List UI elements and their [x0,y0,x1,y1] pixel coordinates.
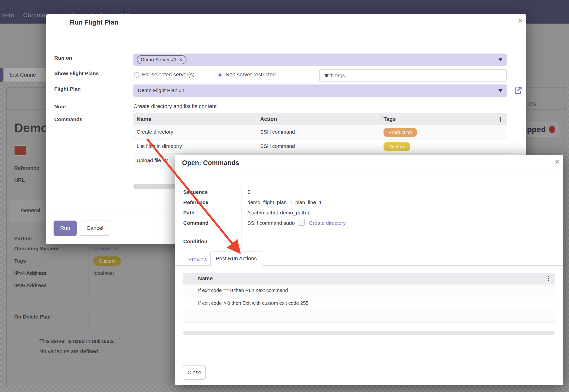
field-column-divider [88,311,88,329]
commands-table-header: Name Action Tags ⋮ [133,113,507,125]
chevron-down-icon[interactable] [498,89,502,92]
note-value: Create directory and list its content [133,103,217,110]
stopped-status-dot-icon [549,126,555,133]
label-column-divider [242,186,242,249]
condition-label: Condition [183,238,207,244]
reference-value: demo_flight_plan_1_plan_line_1 [247,199,322,205]
external-link-icon[interactable] [513,86,522,95]
reference-label: Reference [183,199,208,205]
tab-post-run-actions-label: Post Run Actions [211,255,262,262]
dialog-title: Run Flight Plan [70,19,118,26]
sequence-label: Sequence [183,189,208,195]
cell-name: List files in directory [137,143,182,149]
header-divider [526,64,569,64]
label-column-divider [129,42,129,199]
note-label: Note [54,104,66,110]
cell-action: SSH command [260,129,295,135]
cell-name: If exit code == 0 then Run next command [198,288,288,293]
path-label: Path [183,210,195,216]
radio-non-server-restricted[interactable] [217,72,223,78]
chevron-down-icon[interactable] [498,58,502,61]
command-label: Command [183,220,209,226]
path-value: /such/much/{{ demo_path }} [247,210,311,216]
cell-name: Upload file by [137,157,168,163]
post-run-actions-table-header: Name ⋮ [183,273,555,284]
on-delete-plan-label: On Delete Plan [14,314,51,320]
cell-name: If exit code > 0 then Exit with custom e… [198,300,309,306]
url-label: URL [14,177,25,183]
chevron-down-icon[interactable] [325,74,328,77]
partner-label: Partner [14,236,32,241]
table-row[interactable]: Create directory SSH command Production [133,125,507,140]
radio-for-selected-servers[interactable] [134,72,139,78]
create-directory-link[interactable]: Create directory [309,220,346,226]
open-commands-dialog: Open: Commands × Sequence 5 Reference de… [175,155,563,385]
tag-badge-production: Production [384,128,417,137]
tab-general[interactable]: General [10,200,47,222]
tab-post-run-actions[interactable]: Post Run Actions [210,251,262,266]
screen: vers Commands Files Tools Settings Test … [0,0,569,392]
flight-plan-select[interactable]: Demo Flight Plan #1 [133,84,507,97]
nav-item-servers-partial[interactable]: vers [2,11,14,19]
tag-badge-custom: Custom [93,256,121,266]
commands-label: Commands [54,116,82,122]
table-options-kebab-icon[interactable]: ⋮ [497,115,503,123]
tab-general-label: General [21,207,40,214]
cancel-button[interactable]: Cancel [80,221,110,236]
dialog-title: Open: Commands [182,159,239,167]
status-label-partial: pped [527,125,546,134]
run-on-multiselect[interactable]: Demo Server #1 ✕ [133,54,507,66]
sudo-checkbox[interactable] [298,219,305,226]
remove-tag-icon[interactable]: ✕ [179,57,183,62]
column-action[interactable]: Action [260,116,277,122]
sequence-value: 5 [247,189,250,195]
cell-name: Create directory [137,129,173,135]
server-status-badge[interactable]: pped [526,122,559,137]
column-name[interactable]: Name [198,275,213,282]
selected-server-tag[interactable]: Demo Server #1 ✕ [137,55,186,64]
table-row[interactable]: List files in directory SSH command Cust… [133,140,507,154]
column-name[interactable]: Name [137,116,151,122]
table-row-empty[interactable] [183,310,555,323]
field-column-divider [88,245,88,297]
horizontal-scrollbar[interactable] [183,331,555,335]
ipv4-label: IPv4 Address [14,270,47,276]
command-value: SSH command sudo [247,220,295,226]
server-color-swatch[interactable] [14,145,26,156]
unit-test-note-line2: No variables are defined. [39,348,100,355]
radio-non-server-restricted-label[interactable]: Non server restricted [226,71,276,78]
tags-label: Tags [14,258,26,264]
flight-plan-label: Flight Plan [54,86,81,92]
flight-plan-value: Demo Flight Plan #1 [138,87,185,93]
run-on-label: Run on [54,55,72,61]
selected-server-tag-label: Demo Server #1 [141,57,177,63]
tab-preview[interactable]: Preview [188,256,207,263]
show-flight-plans-label: Show Flight Plans [54,70,99,76]
truncated-statusbar-text: es [528,100,536,108]
truncated-left-button[interactable] [0,68,3,82]
close-icon[interactable]: × [555,158,560,166]
table-row[interactable]: If exit code == 0 then Run next command [183,284,555,297]
close-button[interactable]: Close [183,365,206,380]
close-icon[interactable]: × [518,17,523,25]
unit-test-note-line1: This server is used in unit tests. [39,338,115,344]
radio-for-selected-servers-label[interactable]: For selected server(s) [142,71,195,78]
cell-action: SSH command [260,143,295,149]
ipv6-label: IPv6 Address [14,282,47,288]
os-label: Operating System [14,246,58,252]
with-tags-select[interactable]: with tags [319,69,507,82]
tag-badge-custom: Custom [384,142,410,151]
table-row[interactable]: If exit code > 0 then Exit with custom e… [183,297,555,310]
run-button[interactable]: Run [54,221,77,236]
test-connection-button[interactable]: Test Conne [4,68,48,82]
table-options-kebab-icon[interactable]: ⋮ [545,275,552,282]
server-title-partial: Demo [14,121,48,135]
reference-label: Reference [14,165,39,171]
os-value-link[interactable]: Debian 10 [94,246,117,252]
ipv4-value: localhost [94,270,114,276]
column-tags[interactable]: Tags [384,116,396,122]
